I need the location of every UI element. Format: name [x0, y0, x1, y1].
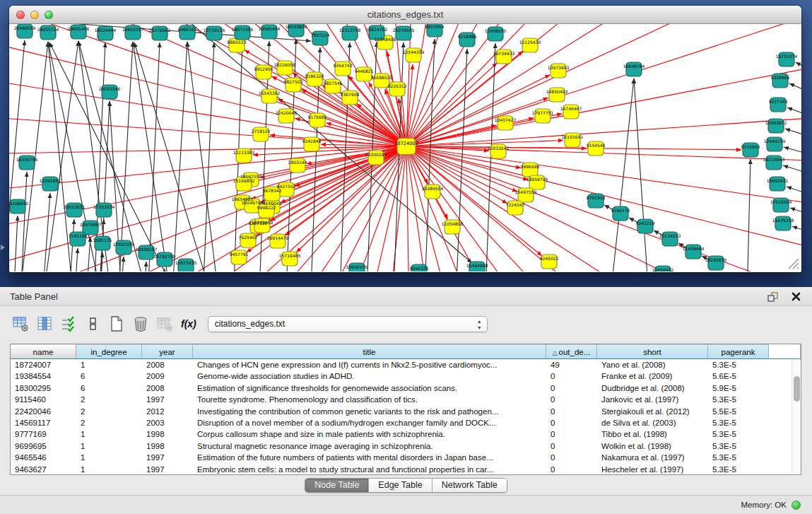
table-cell[interactable]: Investigating the contribution of common…: [193, 406, 546, 417]
network-graph[interactable]: 1872400788601238912954182260589827503165…: [9, 24, 801, 271]
table-cell[interactable]: 5.3E-5: [708, 417, 769, 428]
table-cell[interactable]: 9465546: [11, 452, 76, 463]
table-row[interactable]: 1938455462009Genome-wide association stu…: [11, 370, 792, 382]
minimize-window-button[interactable]: [30, 11, 39, 19]
float-panel-icon[interactable]: [767, 291, 779, 303]
table-cell[interactable]: 1: [76, 440, 142, 452]
table-cell[interactable]: Wolkin et al. (1998): [597, 440, 708, 452]
table-cell[interactable]: 0: [546, 370, 597, 382]
table-row[interactable]: 1456911722003Disruption of a novel membe…: [11, 417, 792, 428]
zoom-window-button[interactable]: [45, 11, 53, 19]
scrollbar-thumb[interactable]: [794, 376, 800, 402]
close-panel-icon[interactable]: [789, 291, 802, 303]
table-cell[interactable]: Nakamura et al. (1997): [597, 452, 708, 463]
row-height-icon[interactable]: [83, 315, 102, 333]
table-cell[interactable]: 2: [76, 417, 142, 428]
table-cell[interactable]: 9699695: [11, 440, 76, 452]
new-table-icon[interactable]: [107, 315, 126, 333]
table-cell[interactable]: Genome-wide association studies in ADHD.: [193, 370, 546, 382]
table-cell[interactable]: 1998: [142, 440, 193, 452]
table-cell[interactable]: Hescheler et al. (1997): [597, 464, 708, 474]
table-cell[interactable]: Franke et al. (2009): [597, 370, 708, 382]
table-cell[interactable]: 1: [76, 359, 142, 370]
table-cell[interactable]: 0: [546, 382, 597, 394]
table-cell[interactable]: Tourette syndrome. Phenomenology and cla…: [193, 394, 546, 405]
table-row[interactable]: 969969511998Structural magnetic resonanc…: [11, 440, 792, 452]
table-cell[interactable]: 2: [76, 394, 142, 405]
table-cell[interactable]: Dudbridge et al. (2008): [597, 382, 708, 394]
table-cell[interactable]: 5.3E-5: [708, 359, 769, 370]
column-header-in-degree[interactable]: in_degree: [76, 344, 142, 358]
table-cell[interactable]: 5.3E-5: [708, 440, 769, 452]
table-cell[interactable]: Jankovic et al. (1997): [597, 394, 708, 405]
table-cell[interactable]: Stergiakouli et al. (2012): [597, 406, 708, 417]
table-cell[interactable]: 49: [546, 359, 597, 370]
table-row[interactable]: 2242004622012Investigating the contribut…: [11, 406, 792, 417]
table-cell[interactable]: 14569117: [11, 417, 76, 428]
column-header-year[interactable]: year: [142, 344, 193, 358]
table-cell[interactable]: 1997: [142, 394, 193, 405]
close-window-button[interactable]: [16, 11, 25, 19]
table-cell[interactable]: 1997: [142, 464, 193, 474]
table-cell[interactable]: 1: [76, 464, 142, 474]
network-window[interactable]: citations_edges.txt 18724007886012389129…: [9, 6, 801, 272]
table-cell[interactable]: 2: [76, 406, 142, 417]
table-cell[interactable]: 5.3E-5: [708, 452, 769, 463]
column-header-pagerank[interactable]: pagerank: [708, 344, 769, 358]
table-cell[interactable]: Disruption of a novel member of a sodium…: [193, 417, 546, 428]
table-cell[interactable]: 5.3E-5: [708, 464, 769, 474]
table-cell[interactable]: 6: [76, 382, 142, 394]
table-cell[interactable]: 2008: [142, 359, 193, 370]
table-settings-icon[interactable]: [11, 315, 30, 333]
select-rows-icon[interactable]: [59, 315, 78, 333]
table-cell[interactable]: 1998: [142, 428, 193, 440]
table-cell[interactable]: 0: [546, 452, 597, 463]
table-cell[interactable]: 0: [546, 394, 597, 405]
table-cell[interactable]: 5.9E-5: [708, 382, 769, 394]
table-cell[interactable]: Estimation of the future numbers of pati…: [193, 452, 546, 463]
table-cell[interactable]: Embryonic stem cells: a model to study s…: [193, 464, 546, 474]
table-cell[interactable]: 1: [76, 452, 142, 463]
table-cell[interactable]: 1: [76, 428, 142, 440]
column-header-out-de-[interactable]: △out_de...: [546, 344, 597, 358]
table-cell[interactable]: 2012: [142, 406, 193, 417]
table-cell[interactable]: 9115460: [11, 394, 76, 405]
table-cell[interactable]: 9463627: [11, 464, 76, 474]
table-cell[interactable]: 18724007: [11, 359, 76, 370]
table-cell[interactable]: 5.3E-5: [708, 428, 769, 440]
table-cell[interactable]: 0: [546, 428, 597, 440]
column-header-title[interactable]: title: [193, 344, 546, 358]
network-canvas[interactable]: 1872400788601238912954182260589827503165…: [9, 24, 801, 271]
table-cell[interactable]: Yano et al. (2008): [597, 359, 708, 370]
table-cell[interactable]: 19384554: [11, 370, 76, 382]
table-row[interactable]: 977716911998Corpus callosum shape and si…: [11, 428, 792, 440]
table-cell[interactable]: 2009: [142, 370, 193, 382]
memory-status-indicator[interactable]: [792, 501, 801, 510]
table-cell[interactable]: 0: [546, 440, 597, 452]
table-cell[interactable]: 0: [546, 464, 597, 474]
table-cell[interactable]: 0: [546, 417, 597, 428]
table-select-combobox[interactable]: citations_edges.txt ▲▼: [208, 316, 488, 332]
table-row[interactable]: 1872400712008Changes of HCN gene express…: [11, 359, 792, 370]
resize-grip-icon[interactable]: [784, 255, 800, 270]
table-cell[interactable]: 6: [76, 370, 142, 382]
tab-edge-table[interactable]: Edge Table: [368, 479, 431, 492]
tab-network-table[interactable]: Network Table: [432, 479, 507, 492]
table-cell[interactable]: 5.5E-5: [708, 406, 769, 417]
window-titlebar[interactable]: citations_edges.txt: [9, 6, 801, 24]
tab-node-table[interactable]: Node Table: [305, 479, 368, 492]
table-cell[interactable]: 2008: [142, 382, 193, 394]
delete-rows-trash-icon[interactable]: [131, 315, 150, 333]
table-cell[interactable]: 1997: [142, 452, 193, 463]
table-cell[interactable]: 18300295: [11, 382, 76, 394]
table-cell[interactable]: de Silva et al. (2003): [597, 417, 708, 428]
table-cell[interactable]: 22420046: [11, 406, 76, 417]
table-row[interactable]: 946362711997Embryonic stem cells: a mode…: [11, 464, 792, 474]
function-builder-icon[interactable]: f(x): [181, 318, 196, 329]
show-columns-icon[interactable]: [35, 315, 54, 333]
panel-dock-arrow[interactable]: [1, 245, 5, 250]
table-cell[interactable]: 5.6E-5: [708, 370, 769, 382]
table-cell[interactable]: 5.3E-5: [708, 394, 769, 405]
column-header-short[interactable]: short: [597, 344, 708, 358]
vertical-scrollbar[interactable]: [792, 359, 801, 474]
